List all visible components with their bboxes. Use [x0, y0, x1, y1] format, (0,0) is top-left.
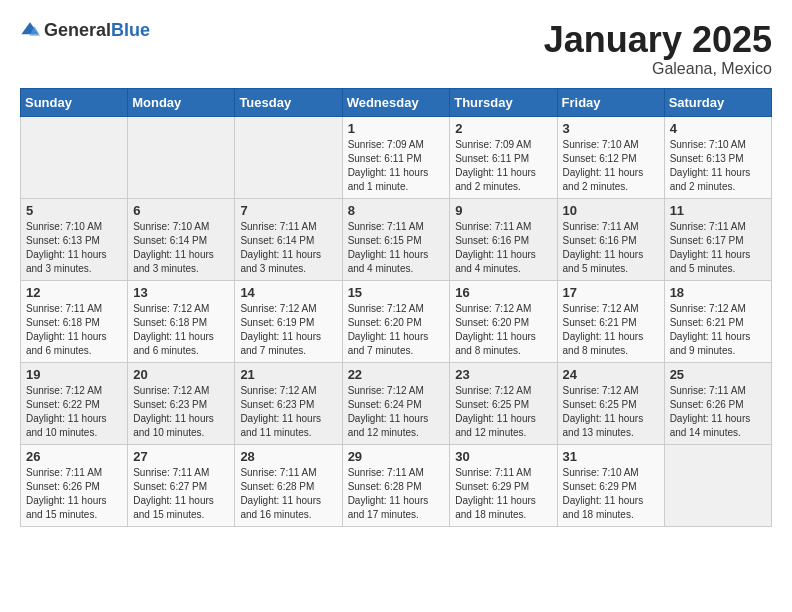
- day-info: Sunrise: 7:12 AM Sunset: 6:23 PM Dayligh…: [240, 384, 336, 440]
- calendar-cell: 4Sunrise: 7:10 AM Sunset: 6:13 PM Daylig…: [664, 116, 771, 198]
- day-info: Sunrise: 7:12 AM Sunset: 6:19 PM Dayligh…: [240, 302, 336, 358]
- calendar-cell: 19Sunrise: 7:12 AM Sunset: 6:22 PM Dayli…: [21, 362, 128, 444]
- day-number: 28: [240, 449, 336, 464]
- calendar-cell: 16Sunrise: 7:12 AM Sunset: 6:20 PM Dayli…: [450, 280, 557, 362]
- day-info: Sunrise: 7:10 AM Sunset: 6:12 PM Dayligh…: [563, 138, 659, 194]
- day-number: 18: [670, 285, 766, 300]
- day-number: 24: [563, 367, 659, 382]
- day-info: Sunrise: 7:11 AM Sunset: 6:15 PM Dayligh…: [348, 220, 445, 276]
- weekday-header-monday: Monday: [128, 88, 235, 116]
- weekday-header-thursday: Thursday: [450, 88, 557, 116]
- calendar-cell: 29Sunrise: 7:11 AM Sunset: 6:28 PM Dayli…: [342, 444, 450, 526]
- day-number: 9: [455, 203, 551, 218]
- weekday-header-saturday: Saturday: [664, 88, 771, 116]
- day-info: Sunrise: 7:10 AM Sunset: 6:13 PM Dayligh…: [26, 220, 122, 276]
- day-info: Sunrise: 7:12 AM Sunset: 6:20 PM Dayligh…: [455, 302, 551, 358]
- day-info: Sunrise: 7:11 AM Sunset: 6:26 PM Dayligh…: [670, 384, 766, 440]
- day-info: Sunrise: 7:11 AM Sunset: 6:14 PM Dayligh…: [240, 220, 336, 276]
- day-info: Sunrise: 7:09 AM Sunset: 6:11 PM Dayligh…: [348, 138, 445, 194]
- day-info: Sunrise: 7:09 AM Sunset: 6:11 PM Dayligh…: [455, 138, 551, 194]
- month-title: January 2025: [544, 20, 772, 60]
- day-number: 8: [348, 203, 445, 218]
- calendar-cell: 8Sunrise: 7:11 AM Sunset: 6:15 PM Daylig…: [342, 198, 450, 280]
- day-number: 22: [348, 367, 445, 382]
- calendar-cell: 28Sunrise: 7:11 AM Sunset: 6:28 PM Dayli…: [235, 444, 342, 526]
- day-number: 19: [26, 367, 122, 382]
- day-number: 14: [240, 285, 336, 300]
- calendar-cell: 6Sunrise: 7:10 AM Sunset: 6:14 PM Daylig…: [128, 198, 235, 280]
- logo: GeneralBlue: [20, 20, 150, 41]
- day-number: 29: [348, 449, 445, 464]
- day-info: Sunrise: 7:11 AM Sunset: 6:16 PM Dayligh…: [563, 220, 659, 276]
- day-info: Sunrise: 7:12 AM Sunset: 6:20 PM Dayligh…: [348, 302, 445, 358]
- calendar-cell: 26Sunrise: 7:11 AM Sunset: 6:26 PM Dayli…: [21, 444, 128, 526]
- day-number: 7: [240, 203, 336, 218]
- weekday-header-wednesday: Wednesday: [342, 88, 450, 116]
- day-info: Sunrise: 7:12 AM Sunset: 6:25 PM Dayligh…: [455, 384, 551, 440]
- day-number: 26: [26, 449, 122, 464]
- calendar-cell: 9Sunrise: 7:11 AM Sunset: 6:16 PM Daylig…: [450, 198, 557, 280]
- day-number: 31: [563, 449, 659, 464]
- calendar-cell: 5Sunrise: 7:10 AM Sunset: 6:13 PM Daylig…: [21, 198, 128, 280]
- location-title: Galeana, Mexico: [544, 60, 772, 78]
- day-number: 6: [133, 203, 229, 218]
- calendar-table: SundayMondayTuesdayWednesdayThursdayFrid…: [20, 88, 772, 527]
- logo-blue: Blue: [111, 20, 150, 40]
- title-block: January 2025 Galeana, Mexico: [544, 20, 772, 78]
- day-number: 30: [455, 449, 551, 464]
- calendar-cell: 14Sunrise: 7:12 AM Sunset: 6:19 PM Dayli…: [235, 280, 342, 362]
- calendar-cell: 12Sunrise: 7:11 AM Sunset: 6:18 PM Dayli…: [21, 280, 128, 362]
- calendar-cell: 31Sunrise: 7:10 AM Sunset: 6:29 PM Dayli…: [557, 444, 664, 526]
- calendar-cell: 30Sunrise: 7:11 AM Sunset: 6:29 PM Dayli…: [450, 444, 557, 526]
- calendar-cell: 3Sunrise: 7:10 AM Sunset: 6:12 PM Daylig…: [557, 116, 664, 198]
- logo-icon: [20, 21, 40, 41]
- calendar-cell: 15Sunrise: 7:12 AM Sunset: 6:20 PM Dayli…: [342, 280, 450, 362]
- page-header: GeneralBlue January 2025 Galeana, Mexico: [20, 20, 772, 78]
- day-number: 1: [348, 121, 445, 136]
- calendar-cell: 21Sunrise: 7:12 AM Sunset: 6:23 PM Dayli…: [235, 362, 342, 444]
- calendar-cell: 22Sunrise: 7:12 AM Sunset: 6:24 PM Dayli…: [342, 362, 450, 444]
- day-info: Sunrise: 7:12 AM Sunset: 6:23 PM Dayligh…: [133, 384, 229, 440]
- calendar-cell: 1Sunrise: 7:09 AM Sunset: 6:11 PM Daylig…: [342, 116, 450, 198]
- calendar-cell: [128, 116, 235, 198]
- day-number: 5: [26, 203, 122, 218]
- day-number: 25: [670, 367, 766, 382]
- day-info: Sunrise: 7:11 AM Sunset: 6:27 PM Dayligh…: [133, 466, 229, 522]
- weekday-header-friday: Friday: [557, 88, 664, 116]
- calendar-cell: 7Sunrise: 7:11 AM Sunset: 6:14 PM Daylig…: [235, 198, 342, 280]
- weekday-header-sunday: Sunday: [21, 88, 128, 116]
- day-info: Sunrise: 7:12 AM Sunset: 6:18 PM Dayligh…: [133, 302, 229, 358]
- calendar-cell: 23Sunrise: 7:12 AM Sunset: 6:25 PM Dayli…: [450, 362, 557, 444]
- day-info: Sunrise: 7:11 AM Sunset: 6:18 PM Dayligh…: [26, 302, 122, 358]
- day-info: Sunrise: 7:12 AM Sunset: 6:22 PM Dayligh…: [26, 384, 122, 440]
- day-number: 12: [26, 285, 122, 300]
- day-info: Sunrise: 7:12 AM Sunset: 6:25 PM Dayligh…: [563, 384, 659, 440]
- calendar-cell: [21, 116, 128, 198]
- day-number: 23: [455, 367, 551, 382]
- day-number: 10: [563, 203, 659, 218]
- day-number: 21: [240, 367, 336, 382]
- day-number: 16: [455, 285, 551, 300]
- logo-general: General: [44, 20, 111, 40]
- day-info: Sunrise: 7:10 AM Sunset: 6:13 PM Dayligh…: [670, 138, 766, 194]
- day-info: Sunrise: 7:11 AM Sunset: 6:29 PM Dayligh…: [455, 466, 551, 522]
- day-info: Sunrise: 7:12 AM Sunset: 6:21 PM Dayligh…: [670, 302, 766, 358]
- day-info: Sunrise: 7:10 AM Sunset: 6:14 PM Dayligh…: [133, 220, 229, 276]
- calendar-cell: 18Sunrise: 7:12 AM Sunset: 6:21 PM Dayli…: [664, 280, 771, 362]
- calendar-cell: [664, 444, 771, 526]
- day-info: Sunrise: 7:12 AM Sunset: 6:24 PM Dayligh…: [348, 384, 445, 440]
- day-number: 20: [133, 367, 229, 382]
- day-info: Sunrise: 7:11 AM Sunset: 6:16 PM Dayligh…: [455, 220, 551, 276]
- day-number: 2: [455, 121, 551, 136]
- day-info: Sunrise: 7:10 AM Sunset: 6:29 PM Dayligh…: [563, 466, 659, 522]
- day-info: Sunrise: 7:12 AM Sunset: 6:21 PM Dayligh…: [563, 302, 659, 358]
- day-info: Sunrise: 7:11 AM Sunset: 6:26 PM Dayligh…: [26, 466, 122, 522]
- day-number: 4: [670, 121, 766, 136]
- day-number: 27: [133, 449, 229, 464]
- day-number: 13: [133, 285, 229, 300]
- day-number: 11: [670, 203, 766, 218]
- weekday-header-tuesday: Tuesday: [235, 88, 342, 116]
- calendar-cell: 17Sunrise: 7:12 AM Sunset: 6:21 PM Dayli…: [557, 280, 664, 362]
- day-info: Sunrise: 7:11 AM Sunset: 6:17 PM Dayligh…: [670, 220, 766, 276]
- calendar-cell: 20Sunrise: 7:12 AM Sunset: 6:23 PM Dayli…: [128, 362, 235, 444]
